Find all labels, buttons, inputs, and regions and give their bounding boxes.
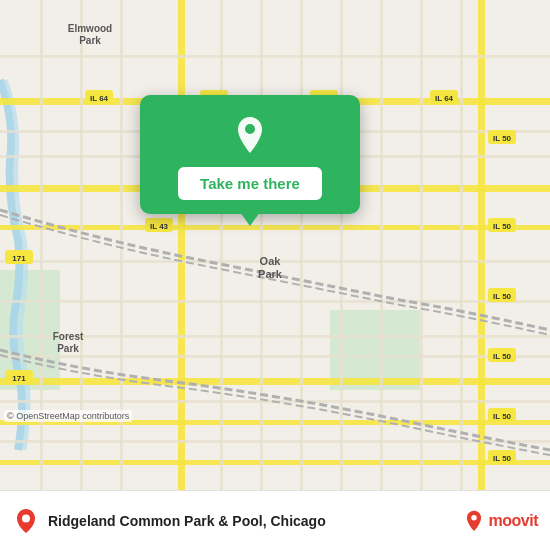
location-icon-bottom (12, 507, 40, 535)
svg-text:IL 50: IL 50 (493, 454, 512, 463)
svg-text:171: 171 (12, 374, 26, 383)
svg-rect-28 (420, 0, 423, 490)
svg-text:IL 50: IL 50 (493, 222, 512, 231)
moovit-text: moovit (489, 512, 538, 530)
svg-rect-24 (260, 0, 263, 490)
svg-rect-10 (478, 0, 485, 490)
svg-point-66 (471, 515, 477, 521)
svg-rect-25 (300, 0, 303, 490)
bottom-bar: Ridgeland Common Park & Pool, Chicago mo… (0, 490, 550, 550)
svg-text:IL 50: IL 50 (493, 292, 512, 301)
take-me-there-button[interactable]: Take me there (178, 167, 322, 200)
svg-text:Elmwood: Elmwood (68, 23, 112, 34)
svg-rect-9 (178, 0, 185, 490)
svg-text:Oak: Oak (260, 255, 282, 267)
svg-point-65 (22, 514, 30, 522)
svg-text:IL 64: IL 64 (435, 94, 454, 103)
popup-card: Take me there (140, 95, 360, 214)
svg-text:Park: Park (79, 35, 101, 46)
moovit-pin-icon (463, 510, 485, 532)
svg-text:Park: Park (258, 268, 283, 280)
svg-text:IL 43: IL 43 (150, 222, 169, 231)
svg-point-64 (245, 124, 255, 134)
svg-rect-26 (340, 0, 343, 490)
svg-text:171: 171 (12, 254, 26, 263)
svg-text:IL 50: IL 50 (493, 134, 512, 143)
place-name: Ridgeland Common Park & Pool, Chicago (48, 513, 463, 529)
location-pin-icon (228, 113, 272, 157)
svg-text:IL 50: IL 50 (493, 412, 512, 421)
map-container: IL 64 IL 64 IL 64 IL 64 171 171 IL 43 IL… (0, 0, 550, 490)
osm-copyright: © OpenStreetMap contributors (4, 410, 132, 422)
svg-text:IL 64: IL 64 (90, 94, 109, 103)
svg-rect-29 (460, 0, 463, 490)
svg-rect-23 (220, 0, 223, 490)
svg-text:Park: Park (57, 343, 79, 354)
svg-text:IL 50: IL 50 (493, 352, 512, 361)
moovit-logo: moovit (463, 510, 538, 532)
svg-text:Forest: Forest (53, 331, 84, 342)
